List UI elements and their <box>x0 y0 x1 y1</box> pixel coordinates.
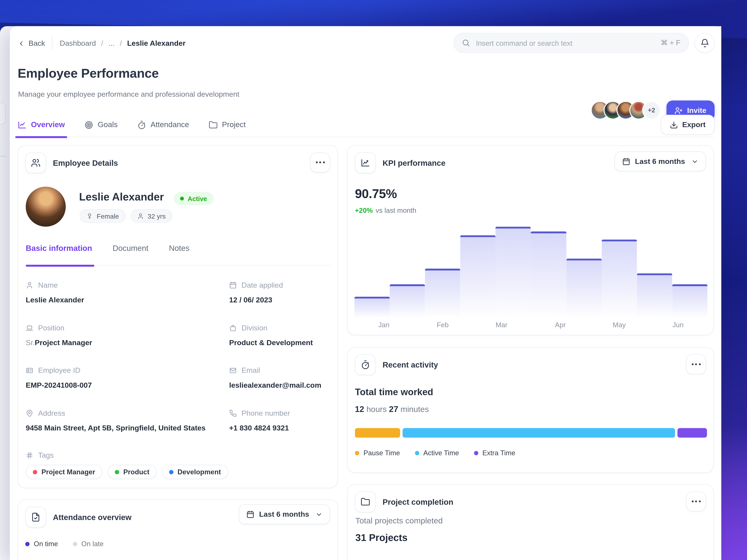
folder-icon <box>355 491 376 512</box>
chevron-left-icon <box>18 40 25 47</box>
breadcrumb-separator: / <box>101 39 103 48</box>
kpi-bar <box>637 273 672 318</box>
gender-pill: Female <box>80 209 126 223</box>
breadcrumb-divider <box>52 36 53 50</box>
attendance-period-select[interactable]: Last 6 months <box>239 504 330 524</box>
command-search-bar[interactable]: ⌘ + F <box>454 33 689 53</box>
folder-icon <box>209 120 217 129</box>
employee-details-card: Employee Details Leslie Alexander Active… <box>18 145 338 488</box>
tag-dot <box>169 470 173 474</box>
kpi-bar <box>425 269 460 318</box>
legend-pause-time: Pause Time <box>355 449 400 457</box>
attendance-legend: On time On late <box>25 540 104 548</box>
tab-attendance[interactable]: Attendance <box>137 115 189 137</box>
age-pill: 32 yrs <box>130 209 172 223</box>
status-badge: Active <box>174 192 213 205</box>
phone-icon <box>229 409 237 417</box>
field-phone: Phone number +1 830 4824 9321 <box>229 409 331 451</box>
tag-dot <box>115 470 119 474</box>
tab-overview[interactable]: Overview <box>18 115 65 137</box>
kpi-chart-bars <box>355 225 707 318</box>
tag-project-manager: Project Manager <box>26 465 102 479</box>
kpi-x-label: Mar <box>472 321 531 328</box>
recent-activity-card: Recent activity Total time worked 12 hou… <box>347 347 714 473</box>
user-icon <box>137 213 144 219</box>
field-name: Name Leslie Alexander <box>26 281 229 323</box>
tab-goals[interactable]: Goals <box>84 115 118 137</box>
kpi-bar <box>531 231 566 318</box>
mail-icon <box>229 367 237 374</box>
stopwatch-icon <box>137 120 146 129</box>
more-options-button[interactable] <box>310 152 330 172</box>
export-button[interactable]: Export <box>661 115 715 135</box>
chevron-down-icon <box>315 511 323 518</box>
tags-label: Tags <box>26 451 54 459</box>
user-plus-icon <box>675 106 683 114</box>
tab-label: Goals <box>98 121 118 129</box>
activity-bar <box>355 428 707 437</box>
employee-attribute-pills: Female 32 yrs <box>80 209 172 223</box>
field-email: Email lesliealexander@mail.com <box>229 366 331 409</box>
kpi-x-label: Apr <box>531 321 590 328</box>
card-title: Recent activity <box>383 360 438 369</box>
tab-document[interactable]: Document <box>112 243 149 265</box>
tab-basic-information[interactable]: Basic information <box>26 243 92 265</box>
field-division: Division Product & Development <box>229 323 331 366</box>
kpi-period-select[interactable]: Last 6 months <box>615 151 706 171</box>
kpi-bar <box>566 258 601 318</box>
employee-fields: Name Leslie Alexander Date applied 12 / … <box>26 281 331 451</box>
chevron-down-icon <box>691 158 698 165</box>
briefcase-icon <box>229 324 237 332</box>
field-employee-id: Employee ID EMP-20241008-007 <box>26 366 229 409</box>
users-icon <box>25 152 46 173</box>
tab-notes[interactable]: Notes <box>169 243 189 265</box>
kpi-delta: +20%vs last month <box>355 207 416 214</box>
more-options-button[interactable] <box>686 354 706 374</box>
back-button[interactable]: Back <box>18 39 45 48</box>
project-completion-card: Project completion Total projects comple… <box>347 484 714 560</box>
breadcrumb-dashboard[interactable]: Dashboard <box>60 39 96 48</box>
kpi-x-label: Jun <box>649 321 707 328</box>
more-options-button[interactable] <box>686 491 706 511</box>
legend-active-time: Active Time <box>415 449 459 457</box>
partially-visible-card-edge <box>0 102 6 125</box>
file-check-icon <box>25 507 46 528</box>
attendance-overview-card: Attendance overview Last 6 months On tim… <box>18 500 338 560</box>
tag-development: Development <box>162 465 228 479</box>
legend-on-late: On late <box>73 540 104 548</box>
activity-segment <box>677 428 707 437</box>
legend-on-time: On time <box>25 540 58 548</box>
tag-product: Product <box>108 465 156 479</box>
back-label: Back <box>29 39 45 48</box>
employee-avatar <box>26 187 66 226</box>
kpi-bar <box>390 285 425 318</box>
laptop-icon <box>26 324 33 332</box>
notifications-button[interactable] <box>695 33 715 53</box>
kpi-performance-card: KPI performance Last 6 months 90.75% +20… <box>347 145 714 335</box>
kpi-bar <box>460 235 496 318</box>
search-shortcut-hint: ⌘ + F <box>661 38 680 47</box>
tab-project[interactable]: Project <box>209 115 246 137</box>
card-header: Project completion <box>355 491 453 512</box>
legend-dot <box>73 542 77 546</box>
search-input[interactable] <box>475 38 661 47</box>
total-time-worked-value: 12 hours 27 minutes <box>355 404 429 415</box>
hash-icon <box>26 451 33 459</box>
stopwatch-icon <box>355 354 376 375</box>
legend-extra-time: Extra Time <box>474 449 515 457</box>
tab-label: Attendance <box>151 121 189 129</box>
kpi-chart-x-labels: JanFebMarAprMayJun <box>355 321 707 328</box>
field-address: Address 9458 Main Street, Apt 5B, Spring… <box>26 409 229 451</box>
bell-icon <box>700 38 709 47</box>
chart-line-icon <box>18 120 27 129</box>
breadcrumb: Back Dashboard / ... / Leslie Alexander <box>18 36 185 51</box>
card-title: Attendance overview <box>53 513 131 522</box>
field-date-applied: Date applied 12 / 06/ 2023 <box>229 281 331 323</box>
total-projects-value: 31 Projects <box>355 532 408 543</box>
employee-inner-tabs: Basic information Document Notes <box>26 243 331 266</box>
tab-label: Overview <box>31 121 65 129</box>
invite-label: Invite <box>687 106 706 115</box>
status-dot <box>180 197 184 201</box>
breadcrumb-ellipsis[interactable]: ... <box>108 39 115 48</box>
kpi-value: 90.75% <box>355 187 397 202</box>
